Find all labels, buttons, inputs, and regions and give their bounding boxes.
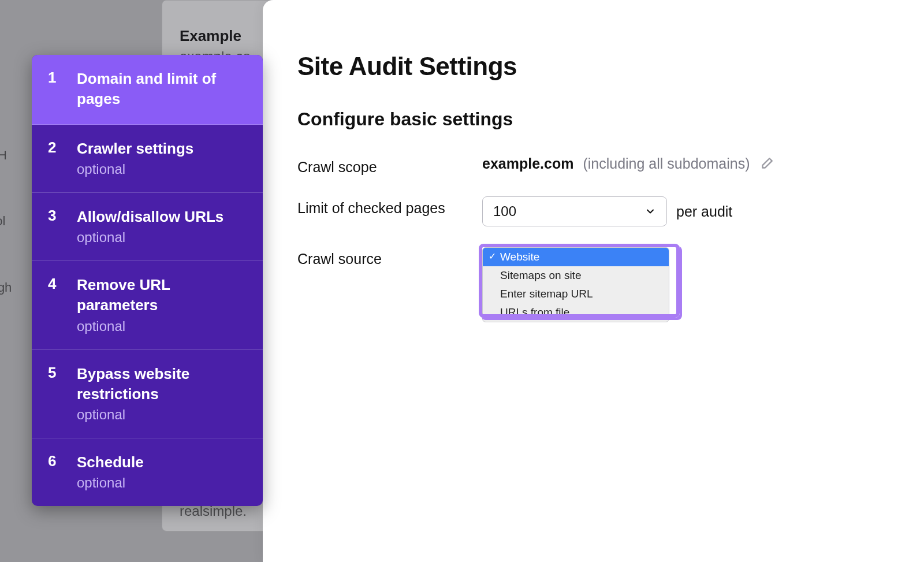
bg-frag: CH: [0, 139, 29, 172]
wizard-step-crawler-settings[interactable]: 2 Crawler settings optional: [32, 125, 263, 193]
step-number: 5: [48, 364, 77, 423]
row-crawl-source: Crawl source Website Sitemaps on site En…: [297, 247, 889, 322]
wizard-step-bypass-restrictions[interactable]: 5 Bypass website restrictions optional: [32, 350, 263, 438]
step-number: 4: [48, 275, 77, 334]
crawl-source-dropdown[interactable]: Website Sitemaps on site Enter sitemap U…: [482, 247, 669, 322]
step-title: Crawler settings: [77, 139, 247, 159]
step-optional: optional: [77, 407, 247, 423]
crawl-scope-label: Crawl scope: [297, 155, 482, 176]
crawl-source-option-urls-from-file[interactable]: URLs from file: [483, 303, 669, 322]
step-optional: optional: [77, 318, 247, 334]
bg-frag: r: [0, 238, 29, 271]
row-limit-checked-pages: Limit of checked pages 100 per audit: [297, 196, 889, 226]
crawl-source-option-enter-sitemap-url[interactable]: Enter sitemap URL: [483, 285, 669, 303]
wizard-step-allow-disallow-urls[interactable]: 3 Allow/disallow URLs optional: [32, 193, 263, 261]
crawl-scope-value: example.com: [482, 155, 573, 172]
step-title: Schedule: [77, 452, 247, 472]
wizard-step-remove-url-parameters[interactable]: 4 Remove URL parameters optional: [32, 261, 263, 349]
step-title: Bypass website restrictions: [77, 364, 247, 404]
step-number: 2: [48, 139, 77, 177]
step-optional: optional: [77, 161, 247, 177]
step-number: 3: [48, 207, 77, 245]
step-title: Domain and limit of pages: [77, 69, 247, 109]
crawl-source-dropdown-wrap: Website Sitemaps on site Enter sitemap U…: [482, 247, 676, 322]
bg-left-fragments: CH w ool r sigh: [0, 139, 29, 304]
limit-suffix: per audit: [676, 203, 732, 220]
step-number: 1: [48, 69, 77, 109]
step-title: Allow/disallow URLs: [77, 207, 247, 227]
site-audit-settings-panel: Site Audit Settings Configure basic sett…: [263, 0, 924, 562]
bg-frag: sigh: [0, 271, 29, 304]
step-optional: optional: [77, 229, 247, 245]
chevron-down-icon: [644, 206, 656, 217]
bg-frag: w: [0, 172, 29, 204]
crawl-source-label: Crawl source: [297, 247, 482, 267]
limit-label: Limit of checked pages: [297, 196, 482, 217]
settings-wizard-steps: 1 Domain and limit of pages 2 Crawler se…: [32, 55, 263, 506]
step-number: 6: [48, 452, 77, 491]
crawl-source-option-website[interactable]: Website: [483, 248, 669, 266]
step-title: Remove URL parameters: [77, 275, 247, 315]
step-optional: optional: [77, 475, 247, 491]
limit-pages-select[interactable]: 100: [482, 196, 667, 226]
crawl-scope-note: (including all subdomains): [583, 155, 750, 172]
wizard-step-domain-limit[interactable]: 1 Domain and limit of pages: [32, 55, 263, 125]
row-crawl-scope: Crawl scope example.com (including all s…: [297, 155, 889, 176]
crawl-source-option-sitemaps-on-site[interactable]: Sitemaps on site: [483, 266, 669, 285]
page-title: Site Audit Settings: [297, 52, 889, 81]
limit-pages-value: 100: [493, 203, 516, 219]
bg-frag: ool: [0, 204, 29, 237]
section-subtitle: Configure basic settings: [297, 109, 889, 130]
edit-crawl-scope-icon[interactable]: [759, 157, 774, 172]
wizard-step-schedule[interactable]: 6 Schedule optional: [32, 438, 263, 506]
